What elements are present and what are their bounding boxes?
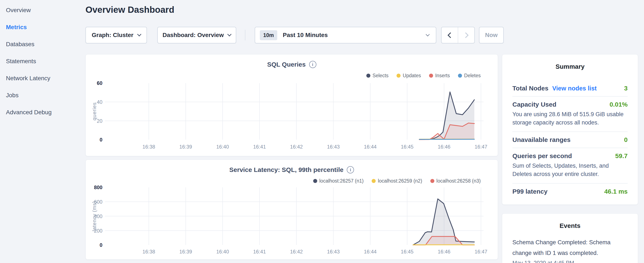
svg-text:16:46: 16:46: [438, 144, 450, 150]
svg-text:16:46: 16:46: [438, 249, 450, 254]
stat-label: Capacity Used: [512, 101, 556, 108]
svg-text:16:39: 16:39: [180, 144, 192, 150]
svg-text:16:41: 16:41: [253, 249, 266, 254]
svg-text:16:44: 16:44: [364, 249, 377, 254]
stat-description: You are using 28.6 MiB of 515.9 GiB usab…: [512, 110, 628, 127]
legend-item: Selects: [366, 73, 388, 79]
stat-description: Sum of Selects, Updates, Inserts, and De…: [512, 162, 628, 178]
svg-text:0: 0: [100, 137, 102, 143]
events-card: Events Schema Change Completed: Schema c…: [502, 213, 638, 263]
svg-text:16:44: 16:44: [364, 144, 377, 150]
stat-label: Unavailable ranges: [512, 136, 570, 143]
stat-value: 0: [624, 136, 628, 143]
view-nodes-link[interactable]: View nodes list: [552, 85, 596, 92]
stat-row-capacity-used: Capacity Used 0.01% You are using 28.6 M…: [512, 96, 628, 132]
stat-value: 3: [624, 85, 628, 92]
chart-legend: SelectsUpdatesInsertsDeletes: [366, 73, 481, 79]
svg-text:16:42: 16:42: [290, 144, 303, 150]
legend-item: localhost:26259 (n2): [372, 178, 422, 184]
legend-item: Deletes: [458, 73, 481, 79]
chevron-down-icon: [228, 32, 232, 36]
svg-text:0: 0: [100, 242, 102, 248]
svg-text:16:45: 16:45: [401, 144, 414, 150]
svg-text:20: 20: [97, 118, 102, 124]
events-title: Events: [512, 222, 628, 229]
chevron-left-icon: [448, 32, 453, 38]
page-title: Overview Dashboard: [86, 5, 174, 15]
stat-label: Total Nodes: [512, 85, 548, 92]
legend-dot-icon: [313, 179, 317, 183]
event-timestamp: May 13, 2020 at 4:45 PM: [512, 259, 628, 263]
legend-dot-icon: [366, 74, 370, 78]
chevron-right-icon: [463, 32, 468, 38]
svg-text:16:42: 16:42: [290, 249, 303, 254]
legend-dot-icon: [430, 179, 434, 183]
svg-text:16:39: 16:39: [180, 249, 192, 254]
svg-text:16:40: 16:40: [216, 144, 229, 150]
stat-value: 46.1 ms: [604, 188, 628, 195]
sidebar-item-jobs[interactable]: Jobs: [6, 92, 18, 99]
svg-text:latency (ms): latency (ms): [92, 201, 97, 231]
chart-title: Service Latency: SQL, 99th percentile: [230, 166, 344, 173]
sidebar-item-statements[interactable]: Statements: [6, 58, 36, 65]
chart-title: SQL Queries: [267, 61, 306, 68]
stat-value: 59.7: [615, 152, 628, 160]
event-message: Schema Change Completed: Schema change w…: [512, 237, 619, 258]
prev-time-button[interactable]: [442, 27, 458, 43]
svg-text:40: 40: [97, 99, 102, 105]
graph-dropdown-label: Graph: Cluster: [92, 32, 133, 39]
event-item[interactable]: Schema Change Completed: Schema change w…: [512, 237, 628, 263]
graph-dropdown[interactable]: Graph: Cluster: [86, 27, 147, 43]
sql-queries-chart: 16:3816:3916:4016:4116:4216:4316:4416:45…: [86, 55, 498, 156]
time-range-badge: 10m: [260, 30, 277, 40]
svg-text:16:38: 16:38: [142, 144, 155, 150]
svg-text:16:41: 16:41: [253, 144, 266, 150]
stat-label: P99 latency: [512, 188, 548, 195]
stat-row-unavailable-ranges: Unavailable ranges 0: [512, 132, 628, 148]
time-nav-group: [441, 27, 475, 43]
next-time-button[interactable]: [458, 27, 474, 43]
svg-text:16:45: 16:45: [401, 249, 414, 254]
service-latency-chart: 16:3816:3916:4016:4116:4216:4316:4416:45…: [86, 160, 498, 259]
legend-dot-icon: [396, 74, 400, 78]
legend-item: Inserts: [429, 73, 450, 79]
time-range-label: Past 10 Minutes: [283, 32, 328, 39]
legend-dot-icon: [372, 179, 376, 183]
chevron-down-icon: [426, 32, 430, 36]
stat-row-total-nodes: Total Nodes View nodes list 3: [512, 80, 628, 96]
svg-text:16:43: 16:43: [327, 249, 340, 254]
sidebar-item-network-latency[interactable]: Network Latency: [6, 75, 50, 82]
svg-text:16:38: 16:38: [142, 249, 155, 254]
dashboard-dropdown[interactable]: Dashboard: Overview: [157, 27, 236, 43]
svg-text:queries: queries: [92, 102, 97, 120]
svg-text:16:47: 16:47: [474, 144, 487, 150]
stat-row-p99-latency: P99 latency 46.1 ms: [512, 183, 628, 199]
legend-dot-icon: [429, 74, 433, 78]
dashboard-dropdown-label: Dashboard: Overview: [163, 32, 224, 39]
svg-text:60: 60: [97, 80, 102, 86]
stat-row-queries-per-second: Queries per second 59.7 Sum of Selects, …: [512, 148, 628, 183]
now-button[interactable]: Now: [479, 27, 504, 43]
sidebar-item-metrics[interactable]: Metrics: [6, 24, 27, 31]
svg-text:16:47: 16:47: [474, 249, 487, 254]
info-icon[interactable]: i: [347, 166, 354, 173]
sidebar-item-databases[interactable]: Databases: [6, 41, 34, 48]
chevron-down-icon: [137, 32, 142, 36]
svg-text:16:40: 16:40: [216, 249, 229, 254]
sidebar-item-advanced-debug[interactable]: Advanced Debug: [6, 109, 52, 116]
summary-card: Summary Total Nodes View nodes list 3 Ca…: [502, 54, 638, 205]
legend-item: localhost:26257 (n1): [313, 178, 364, 184]
svg-text:16:43: 16:43: [327, 144, 340, 150]
legend-dot-icon: [458, 74, 462, 78]
info-icon[interactable]: i: [309, 61, 316, 68]
stat-label: Queries per second: [512, 152, 572, 160]
time-range-selector[interactable]: 10m Past 10 Minutes: [255, 27, 436, 43]
sidebar-item-overview[interactable]: Overview: [6, 7, 31, 14]
legend-item: Updates: [396, 73, 421, 79]
stat-value: 0.01%: [610, 101, 628, 108]
overview-dashboard-page: Overview Metrics Databases Statements Ne…: [0, 0, 644, 263]
summary-title: Summary: [512, 63, 628, 70]
legend-item: localhost:26258 (n3): [430, 178, 481, 184]
sql-queries-chart-card: SQL Queries i SelectsUpdatesInsertsDelet…: [86, 54, 498, 156]
toolbar-divider: [245, 30, 245, 41]
